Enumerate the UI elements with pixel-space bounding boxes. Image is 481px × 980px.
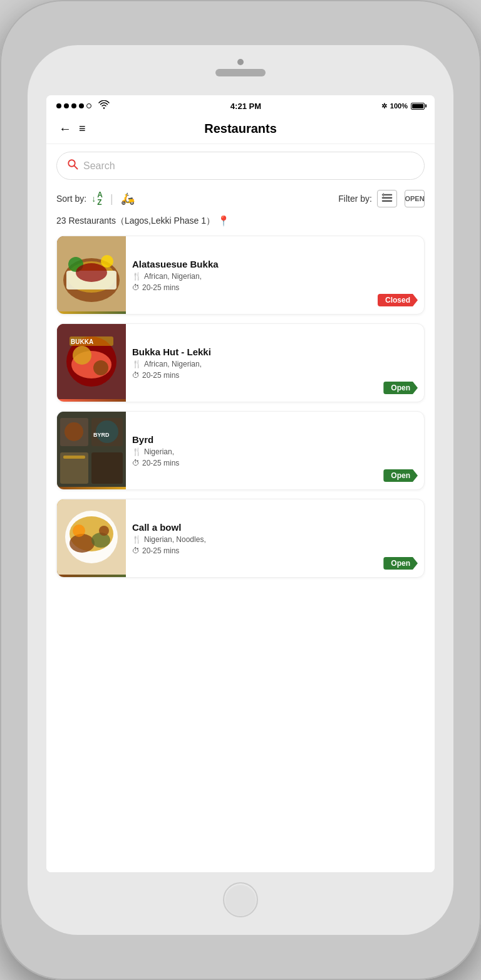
- restaurant-card[interactable]: Call a bowl 🍴 Nigerian, Noodles, ⏱ 20-25…: [56, 499, 425, 578]
- speaker: [215, 69, 266, 76]
- restaurant-name: Call a bowl: [132, 522, 418, 533]
- cuisine-icon: 🍴: [132, 447, 142, 456]
- count-text: 23 Restaurants（Lagos,Lekki Phase 1）: [56, 216, 215, 227]
- main-content: Search Sort by: ↓ A Z | 🛵 Filter: [46, 144, 435, 872]
- svg-point-16: [73, 346, 91, 365]
- screen: 4:21 PM ✲ 100% ← ≡ Restaurants: [46, 95, 435, 872]
- filter-label: Filter by:: [338, 194, 372, 204]
- restaurant-card[interactable]: Alatasuesue Bukka 🍴 African, Nigerian, ⏱…: [56, 236, 425, 315]
- svg-point-12: [76, 263, 107, 282]
- location-pin-icon: 📍: [217, 215, 230, 227]
- svg-rect-24: [91, 452, 123, 484]
- svg-point-25: [65, 422, 83, 441]
- signal-dot-4: [79, 103, 84, 108]
- svg-rect-3: [382, 197, 392, 199]
- battery-percent: 100%: [390, 102, 408, 110]
- svg-rect-4: [382, 200, 392, 201]
- search-bar[interactable]: Search: [56, 152, 425, 180]
- status-right: ✲ 100%: [381, 102, 425, 110]
- sort-az-button[interactable]: ↓ A Z: [91, 191, 103, 206]
- svg-point-17: [93, 360, 108, 375]
- signal-dot-5: [86, 103, 91, 108]
- svg-point-34: [73, 524, 85, 537]
- restaurant-name: Alatasuesue Bukka: [132, 259, 418, 269]
- restaurant-list: Alatasuesue Bukka 🍴 African, Nigerian, ⏱…: [56, 236, 425, 578]
- card-info: Alatasuesue Bukka 🍴 African, Nigerian, ⏱…: [126, 236, 424, 314]
- clock-icon: ⏱: [132, 371, 140, 380]
- svg-text:BUKKA: BUKKA: [71, 338, 93, 345]
- battery-fill: [412, 104, 423, 108]
- status-badge: Closed: [378, 294, 418, 306]
- sort-label: Sort by:: [56, 194, 86, 204]
- restaurant-cuisine: 🍴 Nigerian, Noodles,: [132, 535, 418, 544]
- restaurant-time: ⏱ 20-25 mins: [132, 283, 418, 292]
- svg-line-1: [75, 166, 78, 169]
- restaurant-image: BYRD: [57, 412, 126, 489]
- top-nav: ← ≡ Restaurants: [46, 117, 435, 144]
- status-bar: 4:21 PM ✲ 100%: [46, 95, 435, 117]
- sort-filter-row: Sort by: ↓ A Z | 🛵 Filter by:: [56, 190, 425, 207]
- restaurant-image: [57, 499, 126, 577]
- signal-dots: [56, 100, 110, 112]
- restaurant-time: ⏱ 20-25 mins: [132, 459, 418, 467]
- home-button[interactable]: [223, 882, 258, 917]
- card-info: Byrd 🍴 Nigerian, ⏱ 20-25 mins Open: [126, 412, 424, 489]
- svg-point-35: [99, 526, 109, 536]
- svg-rect-5: [383, 193, 384, 197]
- svg-point-32: [70, 534, 95, 553]
- status-badge: Open: [383, 469, 418, 482]
- signal-dot-2: [64, 103, 69, 108]
- signal-dot-1: [56, 103, 61, 108]
- cuisine-icon: 🍴: [132, 360, 142, 368]
- battery-icon: [411, 103, 425, 110]
- cuisine-icon: 🍴: [132, 272, 142, 281]
- signal-dot-3: [71, 103, 76, 108]
- filter-menu-icon[interactable]: [377, 190, 397, 207]
- page-title: Restaurants: [204, 122, 277, 136]
- restaurant-card[interactable]: BUKKA Bukka Hut - Lekki 🍴 African, Niger…: [56, 323, 425, 402]
- restaurant-image: BUKKA: [57, 324, 126, 402]
- filter-open-icon[interactable]: OPEN: [405, 190, 425, 207]
- restaurant-cuisine: 🍴 African, Nigerian,: [132, 272, 418, 281]
- wifi-icon: [98, 100, 110, 112]
- camera: [237, 59, 244, 65]
- phone-inner: 4:21 PM ✲ 100% ← ≡ Restaurants: [28, 45, 453, 935]
- svg-rect-27: [63, 456, 85, 459]
- clock-icon: ⏱: [132, 459, 140, 467]
- svg-point-33: [91, 533, 110, 548]
- card-info: Call a bowl 🍴 Nigerian, Noodles, ⏱ 20-25…: [126, 499, 424, 577]
- status-badge: Open: [383, 382, 418, 394]
- scooter-icon[interactable]: 🛵: [121, 192, 135, 206]
- count-row: 23 Restaurants（Lagos,Lekki Phase 1） 📍: [56, 215, 425, 227]
- status-time: 4:21 PM: [230, 102, 261, 111]
- card-info: Bukka Hut - Lekki 🍴 African, Nigerian, ⏱…: [126, 324, 424, 402]
- cuisine-icon: 🍴: [132, 535, 142, 544]
- back-button[interactable]: ←: [59, 122, 71, 136]
- restaurant-time: ⏱ 20-25 mins: [132, 546, 418, 555]
- clock-icon: ⏱: [132, 283, 140, 292]
- restaurant-time: ⏱ 20-25 mins: [132, 371, 418, 380]
- restaurant-name: Bukka Hut - Lekki: [132, 347, 418, 357]
- sort-az-text: A Z: [97, 191, 103, 206]
- search-placeholder: Search: [83, 160, 115, 172]
- restaurant-cuisine: 🍴 Nigerian,: [132, 447, 418, 456]
- restaurant-name: Byrd: [132, 434, 418, 445]
- sort-arrow-icon: ↓: [91, 194, 96, 204]
- svg-text:BYRD: BYRD: [93, 432, 110, 438]
- restaurant-card[interactable]: BYRD Byrd 🍴 Nigerian, ⏱ 20-25 mins: [56, 411, 425, 490]
- restaurant-cuisine: 🍴 African, Nigerian,: [132, 360, 418, 368]
- bluetooth-icon: ✲: [381, 102, 387, 110]
- clock-icon: ⏱: [132, 546, 140, 555]
- restaurant-image: [57, 236, 126, 314]
- status-badge: Open: [383, 557, 418, 570]
- search-icon: [67, 159, 78, 173]
- menu-button[interactable]: ≡: [79, 122, 86, 135]
- svg-point-11: [101, 255, 113, 268]
- phone-frame: 4:21 PM ✲ 100% ← ≡ Restaurants: [0, 0, 481, 980]
- divider: |: [110, 192, 113, 206]
